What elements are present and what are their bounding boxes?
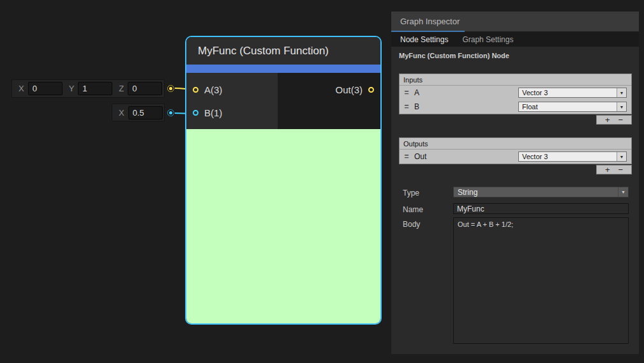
drag-handle-icon[interactable]: = (402, 152, 411, 161)
graph-inspector-panel: Graph Inspector Node Settings Graph Sett… (391, 12, 639, 354)
input-a-type-dropdown[interactable]: Vector 3 ▼ (518, 88, 627, 98)
inspector-tab-bar: Node Settings Graph Settings (391, 32, 639, 47)
type-dropdown[interactable]: String ▼ (453, 187, 629, 197)
float-output-connector-icon[interactable] (167, 109, 174, 116)
outputs-add-button[interactable]: + (605, 166, 610, 174)
port-b-icon[interactable] (193, 110, 198, 116)
float-x-field[interactable] (128, 106, 163, 120)
input-row-b[interactable]: = B Float ▼ (400, 100, 631, 114)
inputs-list-title: Inputs (400, 74, 631, 86)
vector-y-field[interactable] (78, 82, 112, 95)
inspector-title: Graph Inspector (400, 17, 460, 26)
port-row-b[interactable]: B(1) (186, 104, 278, 122)
tab-graph-settings[interactable]: Graph Settings (462, 35, 513, 44)
type-dropdown-value: String (458, 188, 477, 197)
tab-node-settings[interactable]: Node Settings (400, 35, 448, 44)
inputs-add-button[interactable]: + (605, 116, 610, 124)
output-out-name: Out (414, 152, 426, 161)
vector-x-field[interactable] (28, 82, 63, 95)
outputs-remove-button[interactable]: − (618, 166, 623, 174)
vector-z-label: Z (119, 84, 124, 93)
input-row-a[interactable]: = A Vector 3 ▼ (400, 86, 631, 100)
body-field-label: Body (403, 220, 420, 229)
drag-handle-icon[interactable]: = (402, 102, 411, 111)
name-field[interactable] (453, 203, 629, 214)
port-b-label: B(1) (204, 107, 222, 118)
input-b-type-value: Float (522, 103, 537, 111)
port-a-icon[interactable] (193, 87, 198, 93)
inspector-header[interactable]: Graph Inspector (391, 12, 639, 32)
node-header[interactable]: MyFunc (Custom Function) (186, 37, 380, 65)
vector-y-label: Y (69, 84, 75, 93)
vector3-property-node[interactable]: X Y Z (11, 79, 165, 98)
dropdown-arrow-icon: ▼ (617, 152, 626, 161)
float-x-label: X (119, 108, 124, 118)
dropdown-arrow-icon: ▼ (617, 102, 626, 111)
port-row-a[interactable]: A(3) (186, 81, 278, 99)
input-ports-panel: A(3) B(1) (186, 73, 278, 129)
vector3-output-connector-icon[interactable] (167, 85, 174, 92)
myfunc-node[interactable]: MyFunc (Custom Function) A(3) B(1) Out(3… (185, 36, 382, 325)
input-b-name: B (414, 102, 419, 111)
inputs-remove-button[interactable]: − (618, 116, 623, 124)
dropdown-arrow-icon: ▼ (618, 187, 628, 197)
output-out-type-dropdown[interactable]: Vector 3 ▼ (518, 151, 627, 162)
node-port-area: A(3) B(1) Out(3) (186, 73, 380, 129)
port-out-icon[interactable] (368, 87, 374, 93)
input-a-type-value: Vector 3 (522, 89, 548, 97)
type-field-label: Type (403, 189, 419, 197)
outputs-list: Outputs = Out Vector 3 ▼ (399, 137, 632, 164)
vector-x-label: X (19, 84, 24, 93)
inspector-tab-underline (391, 31, 465, 32)
port-row-out[interactable]: Out(3) (335, 81, 374, 99)
port-a-label: A(3) (204, 84, 222, 95)
node-settings-heading: MyFunc (Custom Function) Node (399, 52, 509, 59)
dropdown-arrow-icon: ▼ (617, 88, 626, 97)
node-title: MyFunc (Custom Function) (198, 45, 329, 58)
port-out-label: Out(3) (335, 84, 363, 95)
float-property-node[interactable]: X (112, 104, 165, 121)
output-row-out[interactable]: = Out Vector 3 ▼ (400, 150, 631, 164)
node-accent-bar (186, 65, 380, 73)
body-field[interactable]: Out = A + B + 1/2; (453, 217, 629, 344)
inputs-list-footer: + − (596, 115, 632, 125)
inputs-list: Inputs = A Vector 3 ▼ = B Float ▼ (399, 73, 632, 114)
name-field-label: Name (403, 205, 423, 214)
outputs-list-title: Outputs (400, 138, 631, 150)
input-a-name: A (414, 88, 419, 97)
output-out-type-value: Vector 3 (522, 153, 548, 160)
node-preview (186, 129, 380, 323)
drag-handle-icon[interactable]: = (402, 88, 411, 97)
outputs-list-footer: + − (596, 165, 632, 174)
input-b-type-dropdown[interactable]: Float ▼ (518, 102, 627, 112)
vector-z-field[interactable] (128, 82, 162, 95)
